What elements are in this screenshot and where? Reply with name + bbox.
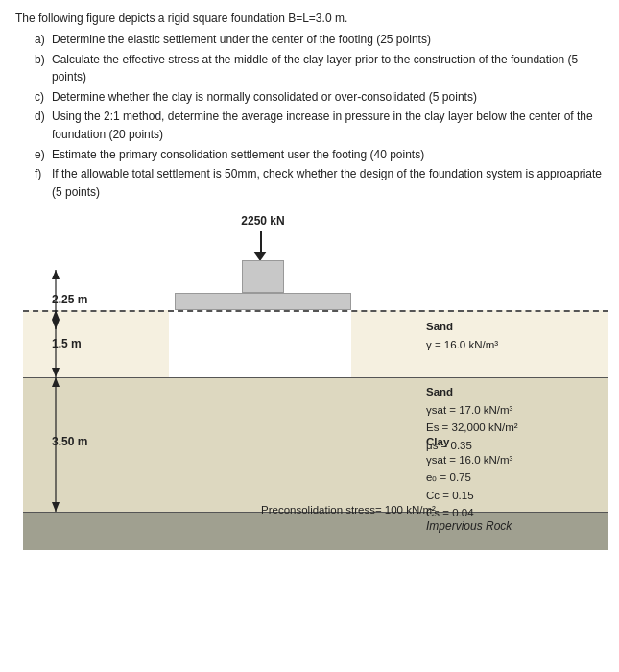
clay-fill — [23, 377, 608, 512]
q-b-text: Calculate the effective stress at the mi… — [52, 51, 604, 86]
foundation-slab — [175, 293, 351, 310]
q-f-label: f) — [35, 165, 48, 201]
sand-top-info: Sand γ = 16.0 kN/m³ — [426, 318, 498, 353]
intro-text: The following figure depicts a rigid squ… — [15, 12, 604, 25]
q-c-text: Determine whether the clay is normally c… — [52, 88, 477, 107]
sand-top-fill-left — [23, 310, 169, 377]
rock-fill — [23, 512, 608, 550]
rock-label: Impervious Rock — [426, 519, 512, 533]
svg-marker-8 — [52, 502, 60, 512]
sand-top-gamma: γ = 16.0 kN/m³ — [426, 336, 498, 353]
dim-label-1-5: 1.5 m — [52, 337, 82, 350]
q-d-label: d) — [35, 108, 48, 143]
q-c-label: c) — [35, 88, 48, 107]
sand-top-title: Sand — [426, 318, 498, 335]
preconsolidation-text: Preconsolidation stress= 100 kN/m² — [261, 504, 436, 516]
foundation-column — [242, 260, 284, 293]
clay-Cc: Cc = 0.15 — [426, 487, 512, 504]
question-a: a) Determine the elastic settlement unde… — [35, 31, 604, 49]
question-b: b) Calculate the effective stress at the… — [35, 51, 604, 86]
diagram: 2250 kN 2.25 m 1.5 — [23, 214, 608, 550]
clay-gamma: γsat = 16.0 kN/m³ — [426, 451, 512, 468]
dim-label-3-5: 3.50 m — [52, 435, 87, 448]
question-f: f) If the allowable total settlement is … — [35, 165, 604, 201]
q-e-label: e) — [35, 146, 48, 164]
questions-list: a) Determine the elastic settlement unde… — [35, 31, 604, 201]
q-a-label: a) — [35, 31, 48, 49]
q-d-text: Using the 2:1 method, determine the aver… — [52, 108, 604, 143]
page: The following figure depicts a rigid squ… — [0, 0, 619, 672]
q-b-label: b) — [35, 51, 48, 86]
layer-line-sand-clay — [23, 377, 608, 378]
clay-title: Clay — [426, 433, 512, 450]
ground-line — [23, 310, 608, 312]
svg-marker-5 — [52, 368, 60, 377]
svg-marker-4 — [52, 310, 60, 320]
load-label: 2250 kN — [234, 214, 292, 228]
svg-marker-7 — [52, 377, 60, 387]
q-a-text: Determine the elastic settlement under t… — [52, 31, 431, 49]
load-arrow-shaft — [260, 231, 262, 252]
question-d: d) Using the 2:1 method, determine the a… — [35, 108, 604, 143]
clay-e0: e₀ = 0.75 — [426, 468, 512, 486]
dim-label-2-25: 2.25 m — [52, 293, 87, 306]
q-e-text: Estimate the primary consolidation settl… — [52, 146, 424, 164]
question-e: e) Estimate the primary consolidation se… — [35, 146, 604, 164]
clay-info: Clay γsat = 16.0 kN/m³ e₀ = 0.75 Cc = 0.… — [426, 433, 512, 521]
question-c: c) Determine whether the clay is normall… — [35, 88, 604, 107]
sand-bottom-gamma: γsat = 17.0 kN/m³ — [426, 401, 518, 419]
sand-bottom-title: Sand — [426, 383, 518, 400]
svg-marker-1 — [52, 270, 60, 279]
q-f-text: If the allowable total settlement is 50m… — [52, 165, 604, 201]
